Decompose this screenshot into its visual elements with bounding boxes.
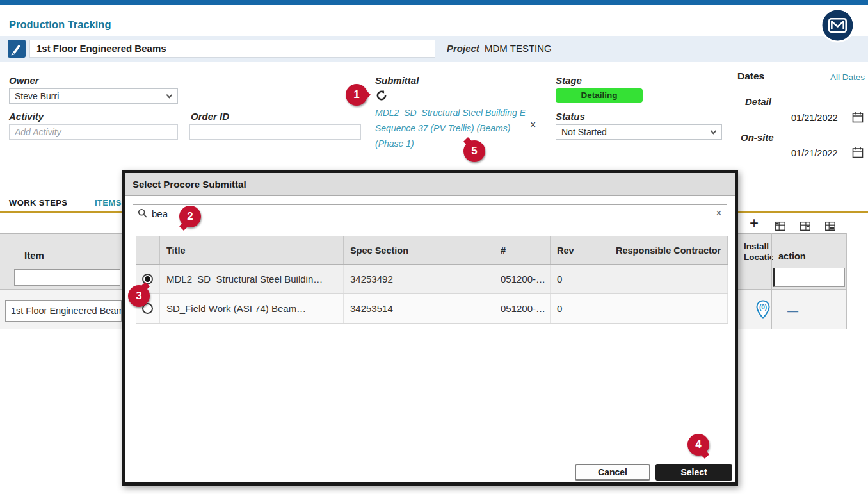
owner-select-value: Steve Burri	[15, 91, 59, 101]
stage-badge: Detailing	[556, 88, 643, 103]
table-copy-icon[interactable]	[800, 220, 811, 232]
submittal-row-2[interactable]: SD_Field Work (ASI 74) Beam… 34253514 05…	[136, 294, 728, 324]
column-header-radio	[136, 236, 160, 264]
select-procore-submittal-dialog: Select Procore Submittal × Title Spec Se…	[122, 170, 738, 486]
app-header: Production Tracking	[0, 5, 868, 36]
pin-count: (0)	[755, 304, 771, 311]
onsite-date-value[interactable]: 01/21/2022	[791, 148, 838, 158]
all-dates-link[interactable]: All Dates	[830, 72, 865, 82]
detail-date-value[interactable]: 01/21/2022	[791, 113, 838, 123]
cancel-button[interactable]: Cancel	[575, 464, 650, 481]
order-id-input[interactable]	[189, 124, 361, 140]
annotation-step-1: 1	[346, 84, 367, 106]
submittal-number-cell: 051200-…	[494, 265, 551, 293]
project-label: Project	[447, 40, 479, 58]
status-select[interactable]: Not Started	[556, 124, 722, 140]
annotation-step-2: 2	[179, 206, 201, 227]
chevron-down-icon	[166, 92, 173, 99]
submittal-search-box: ×	[133, 204, 727, 222]
app-logo[interactable]	[820, 8, 855, 43]
dialog-title: Select Procore Submittal	[125, 173, 735, 196]
submittal-table-header: Title Spec Section # Rev Responsible Con…	[136, 236, 728, 265]
submittal-spec-cell: 34253514	[344, 294, 494, 323]
action-filter-input[interactable]	[773, 268, 845, 287]
app-title: Production Tracking	[9, 19, 111, 31]
action-cell[interactable]: —	[787, 305, 798, 318]
select-button[interactable]: Select	[655, 464, 732, 481]
activity-input[interactable]	[9, 124, 178, 140]
owner-label: Owner	[9, 75, 39, 86]
annotation-step-5: 5	[463, 140, 485, 162]
submittal-title-cell: MDL2_SD_Structural Steel Buildin…	[160, 265, 344, 293]
production-tracking-app: Production Tracking 1st Floor Engineered…	[0, 0, 868, 494]
submittal-contractor-cell	[609, 294, 728, 323]
column-header-action[interactable]: action	[778, 251, 806, 261]
column-header-title[interactable]: Title	[160, 236, 344, 264]
submittal-sync-icon[interactable]	[375, 89, 388, 102]
column-header-number[interactable]: #	[494, 236, 551, 264]
activity-label: Activity	[9, 111, 44, 122]
header-divider	[808, 13, 808, 32]
search-icon	[138, 208, 148, 218]
tab-items[interactable]: ITEMS	[95, 198, 122, 208]
submittal-label: Submittal	[375, 75, 419, 86]
add-row-icon[interactable]: +	[750, 215, 759, 231]
install-location-pin-icon[interactable]: (0)	[755, 300, 771, 319]
logo-envelope-m-icon	[820, 8, 855, 43]
onsite-calendar-icon[interactable]	[852, 147, 864, 158]
submittal-title-cell: SD_Field Work (ASI 74) Beam…	[160, 294, 344, 323]
column-header-responsible-contractor[interactable]: Responsible Contractor	[609, 236, 728, 264]
column-header-spec-section[interactable]: Spec Section	[344, 236, 494, 264]
detail-date-label: Detail	[745, 96, 771, 107]
annotation-step-4: 4	[687, 434, 709, 456]
status-label: Status	[556, 111, 585, 122]
column-header-item[interactable]: Item	[24, 250, 44, 261]
dates-title: Dates	[737, 70, 764, 82]
order-id-label: Order ID	[191, 111, 229, 122]
submittal-rev-cell: 0	[551, 265, 609, 293]
column-header-install-location[interactable]: Install Location	[744, 241, 773, 264]
column-divider	[771, 233, 772, 329]
owner-select[interactable]: Steve Burri	[9, 88, 178, 104]
column-divider	[846, 233, 847, 329]
chevron-down-icon	[711, 128, 717, 135]
item-filter-input[interactable]	[14, 269, 120, 286]
project-value: MDM TESTING	[485, 40, 552, 58]
onsite-date-label: On-site	[741, 132, 774, 143]
column-header-rev[interactable]: Rev	[551, 236, 609, 264]
record-name-field[interactable]: 1st Floor Engineered Beams	[29, 40, 435, 58]
submittal-contractor-cell	[609, 265, 728, 293]
table-layout-icon[interactable]	[775, 220, 786, 232]
remove-submittal-icon[interactable]: ×	[530, 119, 536, 131]
submittal-spec-cell: 34253492	[344, 265, 494, 293]
submittal-search-input[interactable]	[148, 208, 711, 219]
tab-work-steps[interactable]: WORK STEPS	[9, 198, 67, 208]
annotation-step-3: 3	[128, 285, 150, 307]
detail-calendar-icon[interactable]	[852, 111, 864, 123]
submittal-row-1[interactable]: MDL2_SD_Structural Steel Buildin… 342534…	[136, 265, 728, 294]
status-select-value: Not Started	[561, 127, 607, 137]
submittal-rev-cell: 0	[551, 294, 609, 323]
table-fill-icon[interactable]	[824, 220, 836, 232]
clear-search-icon[interactable]: ×	[711, 208, 727, 219]
submittal-table: Title Spec Section # Rev Responsible Con…	[136, 236, 728, 324]
top-accent-bar	[0, 0, 868, 5]
record-type-icon	[8, 40, 26, 58]
dates-panel-divider	[730, 64, 730, 170]
stage-label: Stage	[556, 75, 582, 86]
submittal-number-cell: 051200-…	[494, 294, 551, 323]
submittal-link[interactable]: MDL2_SD_Structural Steel Building E Sequ…	[375, 105, 535, 151]
item-cell[interactable]: 1st Floor Engineered Beams	[5, 300, 122, 322]
column-divider	[741, 233, 741, 329]
